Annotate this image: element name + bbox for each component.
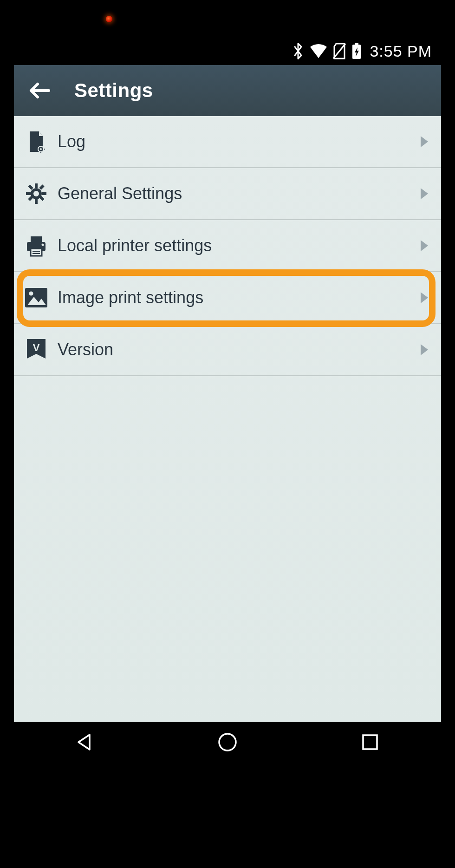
svg-rect-12 (35, 199, 38, 204)
svg-point-29 (219, 734, 236, 751)
wifi-icon (309, 43, 328, 59)
settings-item-general[interactable]: General Settings (14, 168, 441, 220)
chevron-right-icon (421, 344, 428, 355)
printer-icon (24, 234, 48, 258)
svg-rect-2 (355, 43, 358, 45)
settings-list: Log General Settings (14, 116, 441, 722)
svg-rect-15 (28, 184, 33, 189)
page-title: Settings (74, 79, 153, 102)
chevron-right-icon (421, 188, 428, 199)
status-time: 3:55 PM (370, 42, 432, 60)
app-bar: Settings (14, 65, 441, 116)
svg-rect-13 (26, 192, 31, 195)
settings-item-label: Local printer settings (58, 236, 212, 255)
svg-rect-20 (31, 236, 42, 242)
nav-recent-button[interactable] (344, 726, 396, 758)
svg-point-19 (33, 191, 39, 196)
bluetooth-icon (292, 42, 305, 60)
status-bar: 3:55 PM (14, 37, 441, 65)
arrow-left-icon (27, 78, 52, 103)
chevron-right-icon (421, 292, 428, 303)
device-screen: 3:55 PM Settings (14, 37, 441, 722)
gear-icon (24, 182, 48, 206)
nav-home-button[interactable] (202, 726, 253, 758)
svg-point-22 (42, 244, 44, 246)
svg-rect-30 (363, 735, 377, 749)
file-gear-icon (24, 130, 48, 154)
settings-item-image-print[interactable]: Image print settings (14, 272, 441, 324)
version-badge-icon: V (24, 338, 48, 362)
svg-rect-14 (42, 192, 46, 195)
circle-home-icon (217, 731, 238, 753)
settings-item-label: General Settings (58, 184, 182, 203)
android-nav-bar (14, 722, 441, 762)
settings-item-local-printer[interactable]: Local printer settings (14, 220, 441, 272)
triangle-back-icon (75, 732, 95, 752)
svg-point-9 (40, 148, 42, 150)
settings-item-log[interactable]: Log (14, 116, 441, 168)
camera-led (106, 16, 112, 22)
battery-charging-icon (351, 42, 362, 60)
settings-item-label: Log (58, 132, 85, 151)
svg-rect-17 (39, 184, 44, 189)
settings-item-label: Version (58, 340, 113, 359)
svg-text:V: V (33, 342, 40, 353)
svg-rect-11 (35, 183, 38, 188)
image-icon (24, 286, 48, 310)
square-recent-icon (361, 733, 379, 751)
chevron-right-icon (421, 136, 428, 147)
back-button[interactable] (23, 74, 56, 107)
settings-item-version[interactable]: V Version (14, 324, 441, 376)
chevron-right-icon (421, 240, 428, 251)
no-sim-icon (332, 43, 346, 59)
svg-rect-23 (31, 248, 42, 256)
nav-back-button[interactable] (59, 726, 110, 758)
svg-point-27 (29, 292, 33, 296)
settings-item-label: Image print settings (58, 288, 203, 307)
